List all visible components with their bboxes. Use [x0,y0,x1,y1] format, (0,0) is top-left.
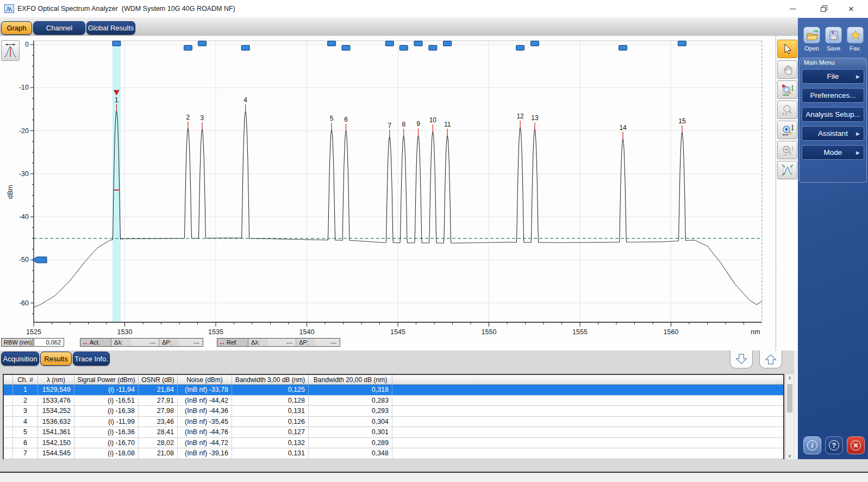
table-cell: 0,131 [232,406,309,416]
auto-scale-icon [781,164,794,177]
spectrum-chart[interactable]: 15251530153515401545155015551560nm0-10-2… [0,36,798,350]
table-cell: 3 [13,406,38,416]
table-cell [4,438,13,448]
pan-hand-tool-button[interactable] [777,60,797,79]
tab-trace-info[interactable]: Trace Info. [73,352,110,366]
expand-table-button[interactable] [730,350,753,368]
zoom-out-tool-button[interactable] [777,141,797,159]
channel-marker[interactable] [516,46,524,51]
table-row[interactable]: 61542,150(i) -16,7028,02(InB nf) -44,720… [4,438,783,449]
scrollbar-thumb[interactable] [787,384,792,412]
channel-marker[interactable] [241,46,249,51]
marker-peak-tool-button[interactable] [1,40,20,61]
rbw-label: RBW (nm) [1,338,33,347]
table-cell: 0,128 [232,396,309,406]
axis-tick-label: 2 [186,114,190,121]
submenu-arrow-icon: ▶ [856,131,860,136]
restore-button[interactable] [811,0,836,17]
channel-marker[interactable] [198,41,206,46]
table-row[interactable]: 21533,476(i) -16,5127,91(InB nf) -44,420… [4,396,783,406]
scroll-down-icon[interactable]: ∨ [786,453,794,459]
table-row[interactable]: 71544,545(i) -18,0821,08(InB nf) -39,160… [4,448,783,459]
table-cell [4,406,13,416]
table-row[interactable]: 31534,252(i) -16,3827,98(InB nf) -44,360… [4,406,783,417]
axis-tick-label: -30 [19,170,29,178]
axis-tick-label: 1555 [572,328,588,336]
save-button[interactable] [825,27,842,43]
axis-tick-label: 15 [678,117,686,125]
table-cell: 1544,545 [38,448,74,459]
select-cursor-tool-button[interactable] [777,40,797,58]
table-cell: (InB nf) -44,72 [178,438,232,448]
info-button[interactable]: i [803,436,821,454]
table-cell: 2 [13,396,38,406]
axis-tick-label: 1535 [208,328,223,336]
table-cell: 27,91 [139,396,178,406]
table-cell: 7 [13,448,38,459]
channel-marker[interactable] [113,41,121,46]
menu-item-file[interactable]: File ▶ [802,69,864,84]
open-label: Open [803,45,820,52]
act-delta-power-label: ΔP: [159,339,178,346]
restore-icon [821,5,827,12]
reference-marker-group[interactable]: ↔ Ref. Δλ: --- ΔP: --- [217,338,340,347]
table-row[interactable]: 51541,361(i) -16,3628,41(InB nf) -44,760… [4,427,783,438]
y-axis-title: dBm [7,185,14,199]
zoom-area-tool-button[interactable] [777,80,797,99]
channel-marker[interactable] [184,46,192,51]
open-button[interactable] [803,27,820,43]
exit-button[interactable]: ✕ [847,436,865,454]
main-menu-panel: Open Save Fav. Main Menu File ▶ Preferen… [798,18,868,459]
close-button[interactable]: ✕ [839,0,864,17]
table-row[interactable]: 41536,632(i) -11,9923,46(InB nf) -35,450… [4,417,783,428]
help-button[interactable]: ? [825,436,843,454]
channel-results-table: Ch. #λ (nm)Signal Power (dBm)OSNR (dB)No… [3,374,784,460]
tab-acquisition[interactable]: Acquisition [1,352,39,366]
channel-marker[interactable] [385,41,394,46]
column-header: Noise (dBm) [178,375,232,384]
auto-scale-spectrum-button[interactable] [777,161,797,179]
channel-marker[interactable] [342,46,350,51]
channel-marker[interactable] [619,46,627,51]
menu-item-mode[interactable]: Mode ▶ [802,145,864,160]
channel-marker[interactable] [530,41,539,46]
table-cell: 28,41 [139,427,178,437]
channel-marker[interactable] [399,46,408,51]
menu-item-analysis-setup[interactable]: Analysis Setup... [802,107,864,122]
active-marker-group[interactable]: ↔ Act. Δλ: --- ΔP: --- [80,338,203,347]
marker-status-bar: RBW (nm) 0,062 ↔ Act. Δλ: --- ΔP: --- ↔ … [0,338,772,347]
tab-graph[interactable]: Graph [1,21,32,35]
scroll-up-icon[interactable]: ∧ [786,375,794,380]
results-section: Acquisition Results Trace Info. Ch. #λ (… [0,350,794,459]
tab-channel-results[interactable]: Channel Results [33,21,85,35]
collapse-table-button[interactable] [759,350,782,368]
table-cell: 27,98 [139,406,178,416]
favorites-star-icon [849,29,862,42]
table-cell: (i) -16,36 [74,427,139,437]
level-marker-arrow[interactable] [32,257,47,263]
zoom-in-tool-button[interactable] [777,121,797,139]
channel-marker[interactable] [328,41,336,46]
tab-global-results[interactable]: Global Results [86,21,135,35]
save-label: Save [825,45,842,52]
menu-item-assistant[interactable]: Assistant ▶ [802,126,864,141]
tab-results[interactable]: Results [40,352,72,366]
menu-item-preferences[interactable]: Preferences... [802,88,864,103]
channel-marker[interactable] [678,41,686,46]
minimize-button[interactable] [780,0,805,17]
favorites-button[interactable] [847,27,864,43]
zoom-area-icon [781,83,794,96]
table-scrollbar[interactable]: ∧ ∨ [785,374,794,460]
channel-marker[interactable] [429,46,437,51]
axis-tick-label: 14 [619,124,627,132]
double-arrow-icon: ↔ [219,339,226,346]
graph-section: 15251530153515401545155015551560nm0-10-2… [0,36,798,350]
channel-marker[interactable] [414,41,422,46]
table-cell: 1541,361 [38,427,74,437]
ref-delta-lambda-value: --- [268,339,296,346]
table-cell [4,448,13,459]
channel-marker[interactable] [444,41,452,46]
table-row[interactable]: 11529,549(i) -11,9421,84(InB nf) -33,780… [4,385,783,396]
table-cell: 1 [13,385,38,395]
zoom-one-to-one-button[interactable]: 1:1 [777,101,797,119]
